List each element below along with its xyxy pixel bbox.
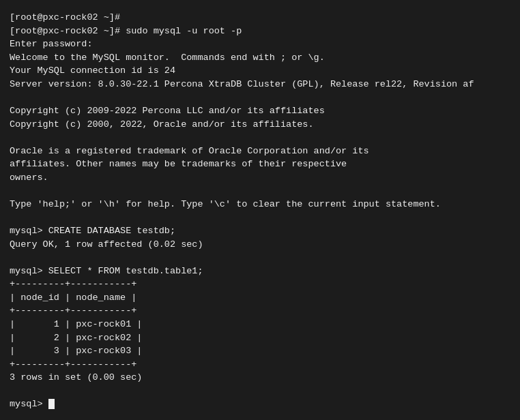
terminal-output: [root@pxc-rock02 ~]# [root@pxc-rock02 ~]…	[10, 11, 510, 411]
terminal-window[interactable]: [root@pxc-rock02 ~]# [root@pxc-rock02 ~]…	[0, 0, 520, 420]
terminal-cursor	[48, 399, 55, 409]
